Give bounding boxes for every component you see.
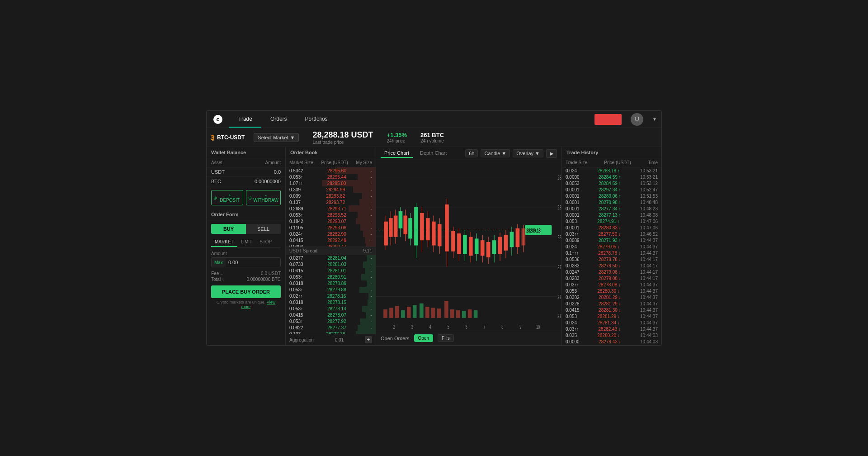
th-price: 28288.18 ↑ — [597, 168, 620, 173]
th-price: 28284.59 ↑ — [599, 175, 621, 180]
chart-top-bar: Price Chart Depth Chart 6h Candle ▼ Over… — [376, 147, 561, 160]
th-time: 10:47:06 — [640, 219, 658, 224]
th-size: 0.024 — [566, 244, 577, 249]
ob-bid-size: 0.053↑ — [289, 275, 303, 280]
place-order-button[interactable]: PLACE BUY ORDER — [211, 285, 281, 298]
depth-chart-tab[interactable]: Depth Chart — [416, 149, 450, 158]
price-change-value: +1.35% — [387, 132, 407, 138]
chart-controls: 6h Candle ▼ Overlay ▼ ▶ — [465, 149, 557, 158]
th-time: 10:53:21 — [640, 168, 658, 173]
buy-tab[interactable]: BUY — [211, 224, 246, 234]
ob-ask-mysize: - — [371, 219, 372, 224]
svg-text:9: 9 — [519, 323, 521, 330]
amount-input-row: Max USDT — [211, 257, 281, 267]
th-price: 28274.91 ↑ — [597, 219, 620, 224]
total-row: Total ≈ 0.00000000 BTC — [211, 277, 281, 282]
select-market-button[interactable]: Select Market ▼ — [254, 133, 299, 142]
sell-tab[interactable]: SELL — [246, 224, 281, 234]
order-form-header: Order Form — [207, 209, 285, 220]
ob-bid-mysize: - — [371, 306, 372, 311]
th-price: 28281.34 ↓ — [597, 320, 620, 325]
overlay-chevron-icon: ▼ — [535, 151, 540, 156]
order-type-stop[interactable]: STOP — [256, 238, 275, 247]
ob-ask-mysize: - — [371, 194, 372, 199]
ob-ask-size: 0.009 — [289, 194, 301, 199]
ob-bid-mysize: - — [371, 325, 372, 330]
open-orders-open-button[interactable]: Open — [414, 334, 433, 342]
nav-tab-portfolios[interactable]: Portfolios — [296, 111, 337, 128]
ob-bid-row: 0.053↑28279.88- — [286, 287, 376, 293]
order-type-market[interactable]: MARKET — [211, 238, 237, 247]
amount-input[interactable] — [226, 258, 281, 267]
th-price: 28278.78 ↓ — [598, 251, 621, 256]
th-time: 10:44:17 — [640, 270, 658, 275]
withdraw-button[interactable]: ⊖ - WITHDRAW — [246, 190, 281, 205]
open-orders-fills-button[interactable]: Fills — [438, 334, 454, 342]
nav-right: U ▼ — [594, 113, 661, 126]
ob-bid-row: 0.02↑↑28278.16- — [286, 293, 376, 299]
ob-bid-mysize: - — [371, 256, 372, 261]
ob-ask-size: 0.1842 — [289, 219, 303, 224]
nav-tab-orders[interactable]: Orders — [261, 111, 296, 128]
svg-rect-82 — [420, 304, 424, 318]
chart-expand-button[interactable]: ▶ — [546, 149, 557, 158]
disclaimer-text: Crypto markets are unique. View more — [211, 300, 281, 309]
withdraw-minus-icon: ⊖ — [248, 195, 252, 200]
ob-ask-size: 0.0415 — [289, 238, 303, 243]
balance-col-asset: Asset — [211, 160, 222, 165]
left-panel: Wallet Balance Asset Amount USDT 0.0 BTC… — [207, 147, 286, 345]
svg-text:27 250: 27 250 — [557, 312, 561, 319]
svg-rect-69 — [504, 235, 508, 251]
last-price-value: 28,288.18 USDT — [312, 130, 373, 140]
wallet-action-buttons: ⊕ + DEPOSIT ⊖ - WITHDRAW — [207, 186, 285, 209]
th-row: 0.02428288.18 ↑10:53:21 — [562, 167, 661, 174]
th-time: 10:44:37 — [640, 327, 658, 332]
ob-bid-price: 28277.92 — [327, 319, 346, 324]
user-balance-bar[interactable] — [594, 114, 622, 125]
ob-ask-price: 28295.60 — [327, 168, 346, 173]
svg-rect-43 — [426, 218, 430, 240]
candle-type-button[interactable]: Candle ▼ — [481, 149, 510, 157]
svg-rect-73 — [516, 228, 520, 247]
ob-bid-price: 28281.01 — [327, 268, 346, 273]
spread-value: 9.11 — [363, 248, 372, 253]
ob-bid-price: 28277.37 — [327, 325, 346, 330]
chart-type-tabs: Price Chart Depth Chart — [381, 149, 450, 158]
user-dropdown-icon[interactable]: ▼ — [652, 117, 657, 122]
ob-bid-price: 28278.14 — [327, 306, 346, 311]
ob-bid-size: 0.0277 — [289, 256, 303, 261]
overlay-button[interactable]: Overlay ▼ — [513, 149, 543, 157]
balance-column-headers: Asset Amount — [207, 158, 285, 167]
deposit-button[interactable]: ⊕ + DEPOSIT — [211, 190, 243, 205]
market-pair-label: BTC-USDT — [217, 134, 245, 141]
ob-bid-size: 0.053↑ — [289, 306, 303, 311]
timeframe-6h-button[interactable]: 6h — [465, 149, 478, 157]
th-time: 10:52:47 — [640, 187, 658, 192]
price-chart-tab[interactable]: Price Chart — [381, 149, 413, 158]
nav-tab-trade[interactable]: Trade — [229, 111, 261, 128]
th-size: 0.0001 — [566, 200, 580, 205]
th-time: 10:46:52 — [640, 232, 658, 237]
ob-ask-row: 0.534228295.60- — [286, 167, 376, 174]
order-type-limit[interactable]: LIMIT — [237, 238, 256, 247]
aggregation-plus-button[interactable]: + — [365, 336, 372, 343]
th-time: 10:53:12 — [640, 181, 658, 186]
th-size: 0.0283 — [566, 263, 580, 268]
wallet-header: Wallet Balance — [207, 147, 285, 158]
ob-bid-price: 28278.07 — [327, 313, 346, 318]
th-time: 10:48:23 — [640, 206, 658, 211]
th-row: 0.000128297.34 ↑10:52:47 — [562, 186, 661, 193]
aggregation-value: 0.01 — [335, 337, 344, 342]
ob-bid-price: 28279.88 — [327, 287, 346, 292]
max-tag[interactable]: Max — [212, 258, 226, 267]
balance-row-btc: BTC 0.00000000 — [207, 177, 285, 186]
ob-ask-row: 0.268928293.71- — [286, 205, 376, 212]
ob-bid-row: 0.027728281.04- — [286, 255, 376, 261]
market-header: ₿ BTC-USDT Select Market ▼ 28,288.18 USD… — [207, 128, 661, 147]
ob-ask-row: 0.00928293.82- — [286, 193, 376, 199]
user-avatar[interactable]: U — [631, 113, 643, 126]
btc-icon: ₿ — [211, 134, 214, 141]
th-row: 0.05328280.30 ↓10:44:37 — [562, 288, 661, 294]
price-change-group: +1.35% 24h price — [387, 132, 407, 143]
th-row: 0.028328279.08 ↓10:44:17 — [562, 275, 661, 281]
